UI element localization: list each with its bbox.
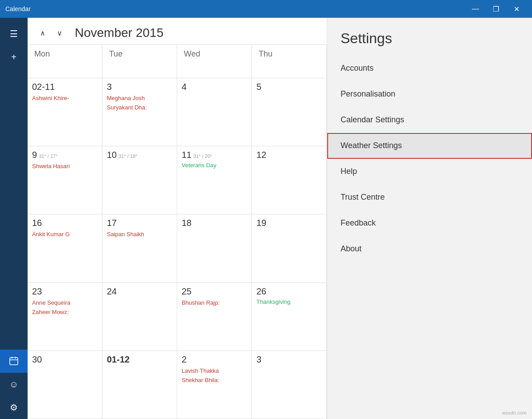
day-number: 02-11 — [32, 82, 55, 92]
settings-item[interactable]: About — [327, 236, 532, 262]
sidebar-add-button[interactable]: + — [0, 45, 28, 68]
day-header: Wed — [177, 45, 252, 78]
day-cell[interactable]: 3 — [252, 351, 327, 419]
day-number: 30 — [32, 355, 42, 365]
day-number: 4 — [182, 82, 187, 92]
app-body: ☰ + ☺ ⚙ ∧ ∨ November 2015 MonTueWedThu02… — [0, 18, 532, 419]
day-cell[interactable]: 5 — [252, 78, 327, 146]
day-cell[interactable]: 3Meghana JoshSuryakant Dha: — [102, 78, 177, 146]
day-number: 24 — [107, 286, 117, 297]
day-number: 25 — [182, 286, 191, 297]
day-number: 5 — [256, 82, 261, 92]
settings-item[interactable]: Accounts — [327, 56, 532, 81]
calendar-event[interactable]: Shekhar Bhila: — [182, 377, 247, 383]
day-cell[interactable]: 30 — [28, 351, 102, 419]
day-number: 23 — [32, 286, 42, 297]
close-button[interactable]: ✕ — [506, 0, 527, 18]
calendar-grid: MonTueWedThu02-11Ashwini Khire-3Meghana … — [28, 44, 327, 419]
watermark: wsxdn.com — [502, 410, 527, 415]
day-number: 3 — [107, 82, 112, 92]
day-cell[interactable]: 931° / 17°Shweta Hasari — [28, 146, 102, 214]
calendar-icon — [8, 356, 19, 367]
calendar-event[interactable]: Shweta Hasari — [32, 163, 97, 169]
day-cell[interactable]: 4 — [177, 78, 252, 146]
calendar-area: ∧ ∨ November 2015 MonTueWedThu02-11Ashwi… — [28, 18, 327, 419]
prev-month-button[interactable]: ∧ — [37, 27, 49, 40]
calendar-event[interactable]: Bhushan Rajp: — [182, 299, 247, 306]
day-number: 18 — [182, 218, 191, 228]
calendar-event[interactable]: Anne Sequeira — [32, 299, 97, 306]
day-number: 10 — [107, 150, 117, 160]
day-cell[interactable]: 01-12 — [102, 351, 177, 419]
settings-title: Settings — [327, 18, 532, 56]
title-bar: Calendar — ❐ ✕ — [0, 0, 532, 18]
day-number: 12 — [256, 150, 266, 160]
settings-panel: Settings AccountsPersonalisationCalendar… — [327, 18, 532, 419]
svg-rect-0 — [10, 358, 18, 365]
settings-item[interactable]: Weather Settings — [327, 133, 532, 159]
day-header: Mon — [28, 45, 102, 78]
day-number: 11 — [182, 150, 191, 160]
calendar-event[interactable]: Ankit Kumar G — [32, 231, 97, 238]
sidebar-settings-button[interactable]: ⚙ — [0, 396, 28, 419]
title-bar-left: Calendar — [5, 5, 31, 12]
maximize-button[interactable]: ❐ — [486, 0, 506, 18]
title-bar-controls: — ❐ ✕ — [465, 0, 527, 18]
calendar-event[interactable]: Lavish Thakka — [182, 367, 247, 374]
day-cell[interactable]: 1131° / 20°Veterans Day — [177, 146, 252, 214]
day-temp: 31° / 18° — [118, 153, 137, 159]
day-cell[interactable]: 24 — [102, 283, 177, 351]
day-cell[interactable]: 26Thanksgiving — [252, 283, 327, 351]
calendar-event[interactable]: Saipan Shaikh — [107, 231, 172, 238]
day-header: Tue — [102, 45, 177, 78]
day-header: Thu — [252, 45, 327, 78]
day-number: 16 — [32, 218, 42, 228]
day-temp: 31° / 17° — [39, 153, 57, 159]
calendar-event[interactable]: Suryakant Dha: — [107, 104, 172, 111]
calendar-event[interactable]: Veterans Day — [182, 162, 247, 169]
sidebar-menu-button[interactable]: ☰ — [0, 22, 28, 45]
calendar-event[interactable]: Zaheer Mowz: — [32, 309, 97, 315]
day-cell[interactable]: 02-11Ashwini Khire- — [28, 78, 102, 146]
next-month-button[interactable]: ∨ — [53, 27, 66, 40]
day-number: 17 — [107, 218, 117, 228]
day-cell[interactable]: 18 — [177, 214, 252, 282]
settings-list: AccountsPersonalisationCalendar Settings… — [327, 56, 532, 262]
day-number: 01-12 — [107, 355, 130, 365]
minimize-button[interactable]: — — [465, 0, 486, 18]
day-number: 19 — [256, 218, 266, 228]
calendar-event[interactable]: Ashwini Khire- — [32, 95, 97, 101]
day-temp: 31° / 20° — [193, 153, 212, 159]
day-cell[interactable]: 17Saipan Shaikh — [102, 214, 177, 282]
day-number: 9 — [32, 150, 37, 160]
sidebar: ☰ + ☺ ⚙ — [0, 18, 28, 419]
day-cell[interactable]: 19 — [252, 214, 327, 282]
day-number: 3 — [256, 355, 261, 365]
sidebar-calendar-button[interactable] — [0, 350, 28, 373]
calendar-event[interactable]: Thanksgiving — [256, 298, 322, 305]
app-title: Calendar — [5, 5, 31, 12]
day-cell[interactable]: 12 — [252, 146, 327, 214]
settings-item[interactable]: Personalisation — [327, 81, 532, 107]
settings-item[interactable]: Feedback — [327, 210, 532, 236]
month-title: November 2015 — [75, 26, 163, 40]
day-cell[interactable]: 1031° / 18° — [102, 146, 177, 214]
day-cell[interactable]: 16Ankit Kumar G — [28, 214, 102, 282]
day-number: 26 — [256, 286, 266, 297]
settings-item[interactable]: Help — [327, 159, 532, 185]
day-cell[interactable]: 2Lavish ThakkaShekhar Bhila: — [177, 351, 252, 419]
day-number: 2 — [182, 355, 187, 365]
calendar-event[interactable]: Meghana Josh — [107, 95, 172, 101]
settings-item[interactable]: Calendar Settings — [327, 107, 532, 133]
settings-item[interactable]: Trust Centre — [327, 185, 532, 210]
day-cell[interactable]: 25Bhushan Rajp: — [177, 283, 252, 351]
day-cell[interactable]: 23Anne SequeiraZaheer Mowz: — [28, 283, 102, 351]
calendar-header: ∧ ∨ November 2015 — [28, 18, 327, 44]
sidebar-smiley-button[interactable]: ☺ — [0, 373, 28, 396]
